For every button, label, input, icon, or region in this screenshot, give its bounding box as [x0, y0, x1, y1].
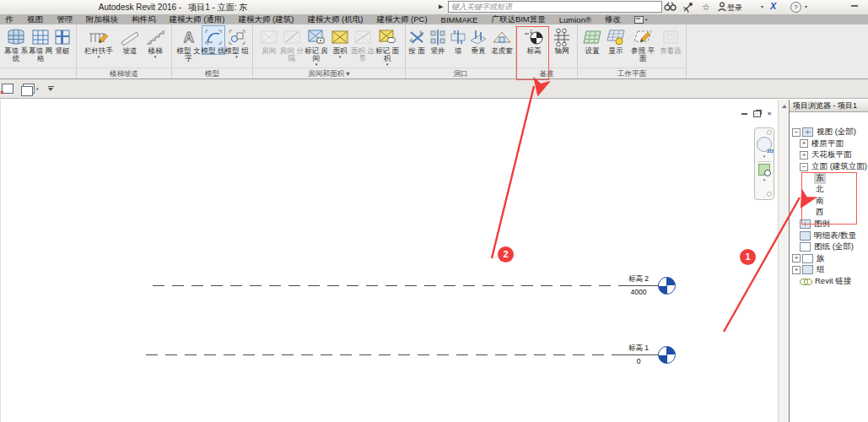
- tree-item-north[interactable]: 北: [790, 184, 868, 196]
- stair-button[interactable]: 楼梯 ▾: [143, 25, 168, 59]
- navigation-bar: 2D ▾ ▾: [754, 127, 774, 200]
- tab-mjds-general[interactable]: 建模大师 (通用): [163, 14, 232, 25]
- drawing-area[interactable]: 标高 2 4000 标高 1 0 × 2D ▾ ▾: [0, 100, 779, 422]
- tree-item-west[interactable]: 西: [790, 207, 868, 219]
- vertical-scrollbar[interactable]: [778, 100, 790, 422]
- wall-opening-button[interactable]: 墙: [449, 25, 467, 55]
- communication-center-icon[interactable]: [682, 1, 695, 13]
- tab-modify[interactable]: 修改: [598, 14, 628, 25]
- tree-item-south[interactable]: 南: [790, 196, 868, 208]
- ref-plane-button[interactable]: 参照 平面: [628, 25, 658, 62]
- tree-item-revit-links[interactable]: Revit 链接: [790, 276, 868, 288]
- favorites-star-icon[interactable]: ☆: [699, 1, 713, 13]
- tree-item-families[interactable]: +族: [790, 253, 868, 265]
- area-button[interactable]: 面积 ▾: [329, 25, 351, 59]
- tree-item-east[interactable]: 东: [790, 172, 868, 184]
- grid-button[interactable]: 轴网: [549, 25, 574, 55]
- model-group-icon: [228, 26, 246, 47]
- search-input[interactable]: [448, 1, 662, 13]
- mullion-button[interactable]: 竖梃: [52, 25, 73, 55]
- tree-item-legends[interactable]: 图例: [790, 219, 868, 230]
- signin-label[interactable]: 登录: [727, 3, 742, 14]
- level-1-elevation[interactable]: 0: [619, 357, 658, 365]
- tag-area-button[interactable]: 标记 面积 ▾: [375, 25, 400, 67]
- tree-item-floor-plans[interactable]: +楼层平面: [790, 138, 868, 150]
- ribbon-display-toggle[interactable]: ▾: [634, 16, 648, 24]
- show-work-plane-button[interactable]: 显示: [604, 25, 628, 55]
- minimize-button[interactable]: [849, 1, 860, 11]
- railing-button[interactable]: 栏杆扶手 ▾: [80, 25, 117, 59]
- families-icon: [802, 254, 813, 263]
- schedules-icon: [800, 231, 811, 241]
- tree-item-ceiling-plans[interactable]: +天花板平面: [790, 149, 868, 161]
- expander-minus-icon[interactable]: −: [800, 163, 808, 171]
- level-2-head-symbol[interactable]: [658, 277, 676, 295]
- dormer-button[interactable]: 老虎窗: [489, 25, 515, 55]
- tab-glodon-bim[interactable]: 广联达BIM算量: [484, 14, 552, 25]
- tree-item-sheets[interactable]: 图纸 (全部): [790, 241, 868, 253]
- level-button[interactable]: 1 标高: [519, 25, 549, 55]
- panel-label-room-area[interactable]: 房间和面积 ▾: [253, 68, 405, 78]
- vertical-opening-button[interactable]: 垂直: [467, 25, 489, 55]
- level-1-head-symbol[interactable]: [658, 346, 676, 364]
- level-1-line[interactable]: [146, 354, 622, 355]
- tab-manage[interactable]: 管理: [50, 14, 79, 25]
- level-2-elevation[interactable]: 4000: [619, 288, 658, 296]
- level-2-name[interactable]: 标高 2: [619, 274, 658, 284]
- zoom-tool-icon[interactable]: [758, 164, 770, 176]
- view-close-button[interactable]: ×: [765, 110, 774, 117]
- shaft-button[interactable]: 竖井: [427, 25, 449, 55]
- exchange-apps-icon[interactable]: X: [770, 1, 776, 11]
- close-hidden-windows-button[interactable]: ×: [2, 84, 13, 94]
- project-browser-tree: −视图 (全部) +楼层平面 +天花板平面 −立面 (建筑立面) 东 北 南 西…: [790, 112, 868, 287]
- cascade-windows-button[interactable]: ▾: [23, 84, 39, 94]
- collapse-toolbar-button[interactable]: [48, 86, 54, 92]
- close-hidden-windows-icon: ×: [2, 84, 13, 94]
- project-browser-title[interactable]: 项目浏览器 - 项目1: [790, 100, 868, 112]
- tab-mjds-arch[interactable]: 建模大师 (建筑): [231, 14, 300, 25]
- scroll-up-icon[interactable]: [782, 105, 787, 108]
- model-group-button[interactable]: 模型 组 ▾: [225, 25, 249, 59]
- tab-mjds-mep[interactable]: 建模大师 (机电): [300, 14, 369, 25]
- expander-minus-icon[interactable]: −: [792, 128, 801, 137]
- model-line-button[interactable]: 模型 线: [202, 25, 225, 55]
- level-1-name[interactable]: 标高 1: [619, 344, 658, 354]
- wheel-caret-icon[interactable]: ▾: [763, 154, 766, 159]
- view-restore-button[interactable]: [752, 110, 761, 117]
- level-2-line[interactable]: [153, 285, 622, 286]
- tab-collaborate-partial[interactable]: 作: [0, 14, 20, 25]
- expander-plus-icon[interactable]: +: [800, 139, 808, 148]
- expander-plus-icon[interactable]: +: [792, 254, 801, 262]
- ramp-button[interactable]: 坡道: [117, 25, 143, 55]
- model-text-button[interactable]: A 模型 文字: [176, 25, 202, 62]
- view-minimize-button[interactable]: [740, 110, 748, 117]
- tab-mjds-pc[interactable]: 建模大师 (PC): [369, 14, 434, 25]
- expander-plus-icon[interactable]: +: [800, 151, 808, 160]
- help-icon[interactable]: ?: [790, 2, 801, 13]
- tab-bimmake[interactable]: BIMMAKE: [434, 15, 485, 24]
- zoom-caret-icon[interactable]: ▾: [763, 177, 766, 182]
- tree-item-elevations[interactable]: −立面 (建筑立面): [790, 161, 868, 173]
- search-icon[interactable]: [663, 1, 677, 13]
- steering-wheel-icon[interactable]: 2D: [757, 137, 772, 152]
- level-2-line-end[interactable]: [622, 285, 659, 286]
- help-caret-icon[interactable]: ▾: [805, 3, 807, 9]
- curtain-grid-button[interactable]: 幕墙 网格: [29, 25, 52, 62]
- opening-by-face-button[interactable]: 按 面: [407, 25, 427, 55]
- level-1-line-end[interactable]: [622, 354, 659, 355]
- curtain-system-button[interactable]: 幕墙 系统: [3, 25, 29, 62]
- tree-item-views[interactable]: −视图 (全部): [790, 127, 868, 138]
- tag-room-button[interactable]: 标记 房间 ▾: [304, 25, 329, 67]
- tab-view[interactable]: 视图: [20, 14, 50, 25]
- set-work-plane-button[interactable]: 设置: [580, 25, 604, 55]
- tab-component-dock[interactable]: 构件坞: [125, 14, 163, 25]
- steering-wheel-2d-label: 2D: [767, 149, 774, 154]
- expander-plus-icon[interactable]: +: [792, 266, 801, 274]
- tab-add-in-modules[interactable]: 附加模块: [79, 14, 125, 25]
- railing-caret-icon: ▾: [98, 55, 100, 59]
- tab-lumion[interactable]: Lumion®: [553, 15, 598, 24]
- search-expand-icon[interactable]: ▶: [439, 3, 443, 10]
- tree-item-groups[interactable]: +组: [790, 264, 868, 276]
- signin-caret-icon[interactable]: ▾: [761, 3, 763, 9]
- tree-item-schedules[interactable]: 明细表/数量: [790, 230, 868, 241]
